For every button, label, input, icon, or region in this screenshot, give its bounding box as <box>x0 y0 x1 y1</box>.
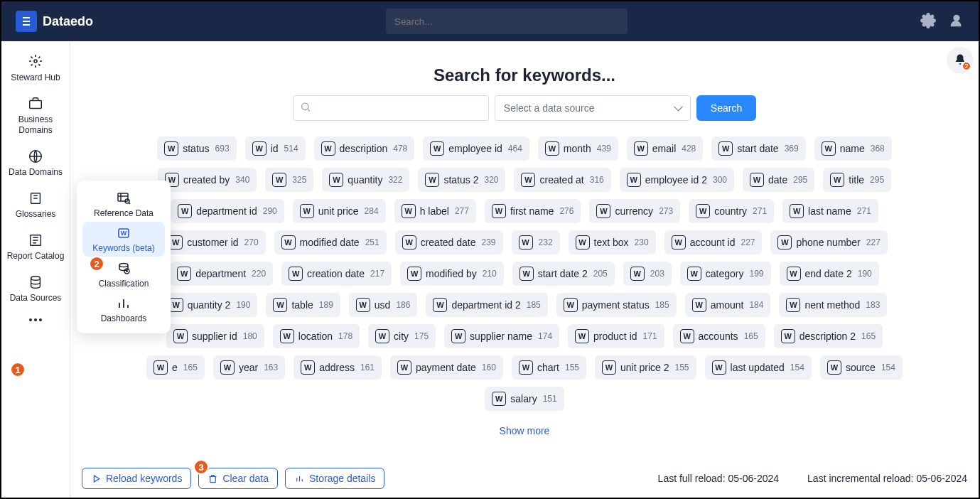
keyword-tag[interactable]: Wdescription 2165 <box>774 324 883 348</box>
word-icon: W <box>492 392 506 406</box>
logo[interactable]: Dataedo <box>16 11 93 32</box>
keyword-tag[interactable]: Wpayment status185 <box>556 293 677 317</box>
keyword-count: 184 <box>749 300 763 310</box>
word-icon: W <box>519 360 533 375</box>
keyword-tag[interactable]: Wamount184 <box>685 293 771 317</box>
keyword-tag[interactable]: Wcreated by340 <box>158 168 257 192</box>
sidebar-item-data-domains[interactable]: Data Domains <box>1 144 70 182</box>
keyword-tag[interactable]: Wphone number227 <box>770 230 887 254</box>
keyword-label: address <box>319 362 355 373</box>
keyword-tag[interactable]: Wquantity322 <box>322 168 409 192</box>
keyword-tag[interactable]: Wdepartment220 <box>170 262 273 286</box>
keyword-tag[interactable]: Wstart date 2205 <box>512 262 615 286</box>
keyword-tag[interactable]: Wusd186 <box>349 293 418 317</box>
notification-button[interactable]: 2 <box>947 47 973 73</box>
keyword-tag[interactable]: Wemail428 <box>627 136 704 161</box>
keyword-tag[interactable]: Wdescription478 <box>314 136 415 161</box>
keyword-count: 284 <box>365 206 379 216</box>
keyword-tag[interactable]: W232 <box>512 230 560 254</box>
keyword-tag[interactable]: Wcountry271 <box>689 199 774 223</box>
keyword-tag[interactable]: Wdepartment id 2185 <box>426 293 547 317</box>
keyword-tag[interactable]: Wunit price284 <box>293 199 386 223</box>
sidebar-item-report-catalog[interactable]: Report Catalog <box>1 228 70 266</box>
keyword-label: email <box>652 143 676 154</box>
keyword-label: department <box>195 268 246 279</box>
sidebar-item-data-sources[interactable]: Data Sources <box>1 270 70 308</box>
keyword-tag[interactable]: Wname368 <box>814 136 892 161</box>
keyword-tag[interactable]: Wcity175 <box>368 324 436 348</box>
keyword-tag[interactable]: Wsource154 <box>820 355 903 380</box>
sidebar-item-business-domains[interactable]: Business Domains <box>1 92 70 140</box>
keyword-tag[interactable]: Wid514 <box>245 136 306 161</box>
reload-keywords-button[interactable]: Reload keywords <box>82 468 191 489</box>
flyout-item-reference-data[interactable]: Reference Data <box>82 187 165 221</box>
keyword-tag[interactable]: We165 <box>146 355 205 380</box>
keyword-count: 276 <box>559 206 574 216</box>
keyword-tag[interactable]: Wemployee id464 <box>423 136 529 161</box>
keyword-tag[interactable]: Wdate295 <box>743 168 814 192</box>
keyword-tag[interactable]: Wyear163 <box>213 355 285 380</box>
keyword-tag[interactable]: Wemployee id 2300 <box>620 168 734 192</box>
sidebar-item-more[interactable] <box>1 312 70 331</box>
keyword-tag[interactable]: Wstart date369 <box>711 136 805 161</box>
keyword-tag[interactable]: Wmodified date251 <box>274 230 387 254</box>
keyword-tag[interactable]: Wpayment date160 <box>390 355 503 380</box>
keyword-tag[interactable]: Wsupplier id180 <box>166 324 264 348</box>
keyword-tag[interactable]: Wproduct id171 <box>568 324 664 348</box>
keyword-tag[interactable]: Wcategory199 <box>680 262 771 286</box>
keyword-tag[interactable]: Waccount id227 <box>664 230 763 254</box>
user-icon[interactable] <box>949 13 964 31</box>
keyword-tag[interactable]: Wcustomer id270 <box>161 230 265 254</box>
keyword-tag[interactable]: Wtable189 <box>266 293 340 317</box>
keyword-tag[interactable]: Wcreated at316 <box>514 168 610 192</box>
keyword-tag[interactable]: Waddress161 <box>294 355 382 380</box>
storage-details-button[interactable]: Storage details <box>285 468 384 489</box>
keyword-tag[interactable]: Wend date 2190 <box>780 262 879 286</box>
keyword-tag[interactable]: Wfirst name276 <box>485 199 581 223</box>
keyword-tag[interactable]: Wtitle295 <box>823 168 891 192</box>
word-icon: W <box>827 360 841 375</box>
keyword-label: description 2 <box>799 331 856 342</box>
settings-icon[interactable] <box>920 13 936 31</box>
keyword-tag[interactable]: Wcreation date217 <box>281 262 392 286</box>
data-source-select[interactable]: Select a data source <box>495 95 691 121</box>
keyword-tag[interactable]: Wlocation178 <box>273 324 360 348</box>
keyword-tag[interactable]: Wlast updated154 <box>705 355 812 380</box>
ellipsis-icon <box>28 316 43 323</box>
sidebar-item-glossaries[interactable]: Glossaries <box>1 186 70 224</box>
keyword-tag[interactable]: Wmonth439 <box>538 136 618 161</box>
database-icon <box>28 274 43 290</box>
sidebar-item-steward-hub[interactable]: Steward Hub <box>1 48 70 87</box>
keyword-tag[interactable]: Wmodified by210 <box>400 262 504 286</box>
clear-data-button[interactable]: Clear data <box>198 468 278 489</box>
keyword-tag[interactable]: Wcreated date239 <box>395 230 503 254</box>
keyword-tag[interactable]: Wquantity 2190 <box>162 293 258 317</box>
keyword-tag[interactable]: W203 <box>623 262 672 286</box>
keyword-tag[interactable]: Wstatus693 <box>157 136 236 161</box>
keyword-tag[interactable]: W325 <box>265 168 313 192</box>
keyword-tag[interactable]: Wcurrency273 <box>589 199 680 223</box>
keyword-tag[interactable]: Wdepartment id290 <box>171 199 284 223</box>
keyword-tag[interactable]: Wh label277 <box>394 199 476 223</box>
keyword-tag[interactable]: Wchart155 <box>512 355 586 380</box>
keyword-search-input[interactable] <box>293 95 489 121</box>
keyword-tag[interactable]: Wsupplier name174 <box>444 324 559 348</box>
keyword-tag[interactable]: Wunit price 2155 <box>595 355 696 380</box>
keyword-tag[interactable]: Wtext box230 <box>569 230 656 254</box>
global-search-input[interactable] <box>386 9 628 34</box>
keyword-label: account id <box>690 237 736 248</box>
search-button[interactable]: Search <box>696 95 756 121</box>
show-more-link[interactable]: Show more <box>85 425 964 436</box>
flyout-item-dashboards[interactable]: Dashboards <box>82 292 165 326</box>
keyword-tag[interactable]: Waccounts165 <box>673 324 765 348</box>
keyword-tag[interactable]: Wnent method183 <box>779 293 887 317</box>
flyout-item-keywords[interactable]: W Keywords (beta) <box>82 222 165 256</box>
keyword-tag[interactable]: Wstatus 2320 <box>418 168 505 192</box>
word-icon: W <box>521 173 535 187</box>
word-icon: W <box>300 204 314 218</box>
keyword-label: start date 2 <box>538 268 588 279</box>
classification-icon <box>115 260 132 277</box>
keyword-tag[interactable]: Wsalary151 <box>485 387 564 411</box>
keyword-tag[interactable]: Wlast name271 <box>782 199 878 223</box>
keyword-label: last updated <box>731 362 785 373</box>
